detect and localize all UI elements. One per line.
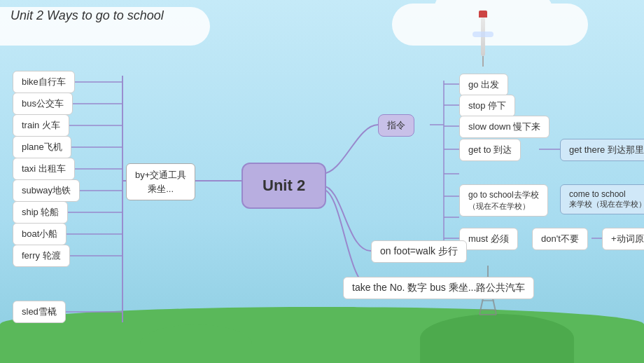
list-item: +动词原形	[602, 228, 644, 250]
list-item: train 火车	[13, 114, 69, 137]
left-branch-label: by+交通工具乘坐...	[126, 163, 195, 200]
list-item: come to school来学校（现在在学校）	[560, 184, 644, 214]
list-item: plane飞机	[13, 136, 71, 158]
list-item: slow down 慢下来	[459, 116, 550, 138]
take-bus-node: take the No. 数字 bus 乘坐...路公共汽车	[343, 277, 534, 299]
list-item: stop 停下	[459, 95, 515, 117]
directive-node: 指令	[378, 114, 414, 137]
center-node: Unit 2	[241, 163, 326, 209]
list-item: bus公交车	[13, 93, 73, 115]
list-item: sled雪橇	[13, 301, 66, 323]
on-foot-node: on foot=walk 步行	[371, 240, 467, 263]
list-item: taxi 出租车	[13, 158, 75, 180]
syringe-decoration	[462, 11, 504, 67]
ground	[0, 307, 644, 363]
left-branch-text: by+交通工具乘坐...	[135, 170, 186, 194]
page-title: Unit 2 Ways to go to school	[10, 8, 164, 23]
list-item: go 出发	[459, 74, 508, 96]
list-item: go to school去学校（现在不在学校）	[459, 184, 548, 217]
list-item: subway地铁	[13, 179, 80, 202]
list-item: ferry 轮渡	[13, 245, 70, 267]
list-item: must 必须	[459, 228, 518, 250]
list-item: get there 到达那里	[560, 139, 644, 161]
list-item: boat小船	[13, 223, 66, 245]
list-item: bike自行车	[13, 71, 75, 93]
list-item: ship 轮船	[13, 201, 68, 224]
list-item: don't不要	[532, 228, 588, 250]
list-item: get to 到达	[459, 139, 521, 161]
